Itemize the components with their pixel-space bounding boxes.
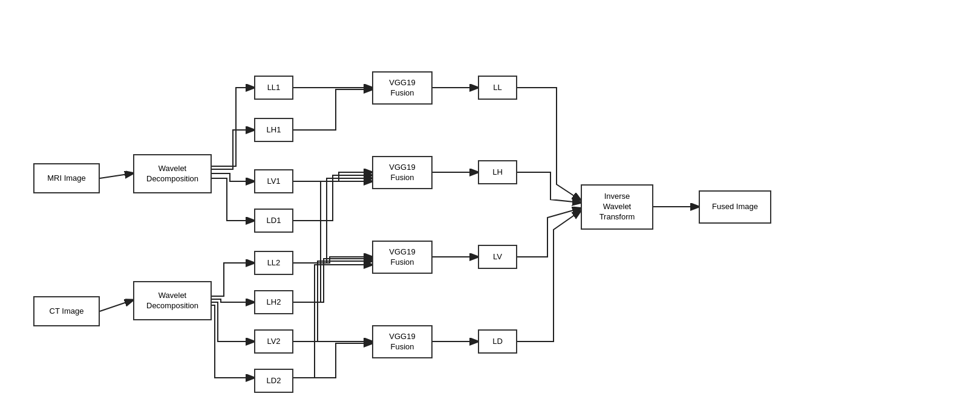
- ll1-box: LL1: [254, 76, 293, 100]
- lh2-box: LH2: [254, 290, 293, 314]
- lv-out-box: LV: [478, 245, 517, 269]
- lh1-box: LH1: [254, 118, 293, 142]
- vgg19-fusion-lv-box: VGG19Fusion: [372, 241, 433, 274]
- vgg19-fusion-ld-box: VGG19Fusion: [372, 325, 433, 358]
- lv2-box: LV2: [254, 329, 293, 354]
- wavelet-decomp-1-box: WaveletDecomposition: [133, 154, 212, 193]
- vgg19-fusion-lh-box: VGG19Fusion: [372, 156, 433, 189]
- svg-line-2: [100, 300, 132, 311]
- lh-out-box: LH: [478, 160, 517, 184]
- ct-image-box: CT Image: [33, 296, 100, 326]
- lv1-box: LV1: [254, 169, 293, 193]
- inverse-wavelet-box: InverseWaveletTransform: [581, 184, 653, 230]
- ld-out-box: LD: [478, 329, 517, 354]
- vgg19-fusion-ll-box: VGG19Fusion: [372, 71, 433, 105]
- ld1-box: LD1: [254, 209, 293, 233]
- mri-image-box: MRI Image: [33, 163, 100, 193]
- diagram-container: MRI Image CT Image WaveletDecomposition …: [0, 0, 980, 411]
- fused-image-box: Fused Image: [699, 190, 771, 224]
- wavelet-decomp-2-box: WaveletDecomposition: [133, 281, 212, 320]
- svg-line-1: [100, 173, 132, 178]
- ld2-box: LD2: [254, 369, 293, 393]
- ll2-box: LL2: [254, 251, 293, 275]
- ll-out-box: LL: [478, 76, 517, 100]
